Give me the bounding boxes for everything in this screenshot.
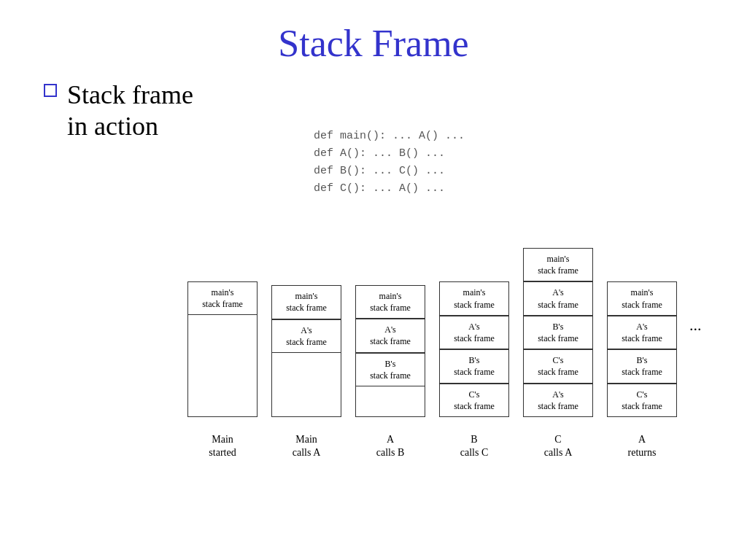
stack-col-4: main'sstack frame A'sstack frame B'sstac… [434,281,514,417]
empty-2 [271,353,341,417]
frame-b-3: B'sstack frame [355,353,425,386]
code-line-2: def A(): ... B() ... [314,145,465,163]
frame-main-2: main'sstack frame [271,285,341,319]
stack-col-2: main'sstack frame A'sstack frame [266,285,347,417]
label-6: Areturns [602,433,682,459]
stack-col-6: main'sstack frame A'sstack frame B'sstac… [602,281,682,417]
frame-b-6: B'sstack frame [607,349,677,383]
bullet-text: Stack frame in action [67,79,193,142]
diagram-area: main'sstack frame main'sstack frame A'ss… [182,248,702,459]
frame-main-3: main'sstack frame [355,285,425,319]
frame-c-5: C'sstack frame [523,349,593,383]
label-3: Acalls B [350,433,430,459]
frame-a-6: A'sstack frame [607,316,677,349]
empty-space-1 [187,315,258,417]
stack-col-1: main'sstack frame [182,281,263,417]
frame-a-3: A'sstack frame [355,319,425,352]
frame-main-4: main'sstack frame [439,281,509,315]
frame-main-5: main'sstack frame [523,248,593,281]
slide: Stack Frame Stack frame in action def ma… [0,0,747,560]
frame-c-6: C'sstack frame [607,384,677,417]
code-block: def main(): ... A() ... def A(): ... B()… [314,128,465,198]
label-2: Maincalls A [266,433,347,459]
frame-a-2: A'sstack frame [271,319,341,353]
label-1: Mainstarted [182,433,263,459]
stack-col-3: main'sstack frame A'sstack frame B'sstac… [350,285,430,417]
frame-a-5: A'sstack frame [523,281,593,315]
code-line-3: def B(): ... C() ... [314,163,465,180]
frame-main-1: main'sstack frame [187,281,258,315]
frame-b-4: B'sstack frame [439,349,509,383]
frame-main-6: main'sstack frame [607,281,677,315]
empty-3 [355,386,425,417]
bottom-labels-row: Mainstarted Maincalls A Acalls B Bcalls … [182,433,686,459]
stack-col-5: main'sstack frame A'sstack frame B'sstac… [518,248,598,417]
frame-b-5: B'sstack frame [523,316,593,349]
frame-a-4: A'sstack frame [439,316,509,349]
ellipsis: ... [689,316,702,335]
code-line-4: def C(): ... A() ... [314,180,465,198]
label-4: Bcalls C [434,433,514,459]
code-line-1: def main(): ... A() ... [314,128,465,145]
label-5: Ccalls A [518,433,598,459]
stacks-row: main'sstack frame main'sstack frame A'ss… [182,248,702,417]
slide-title: Stack Frame [44,22,703,65]
checkbox-icon [44,84,57,97]
frame-a2-5: A'sstack frame [523,384,593,417]
frame-c-4: C'sstack frame [439,384,509,417]
